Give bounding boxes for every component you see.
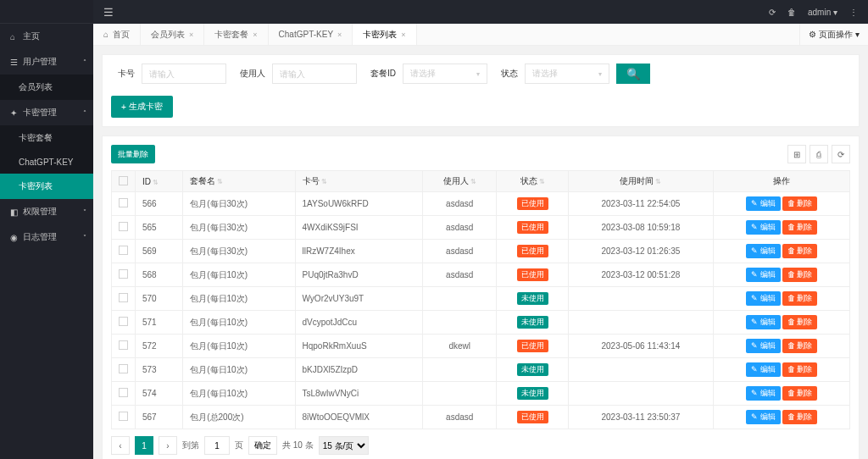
status-badge: 未使用 [517, 363, 548, 376]
status-badge: 已使用 [517, 411, 548, 423]
edit-button[interactable]: ✎ 编辑 [746, 386, 781, 401]
delete-button[interactable]: 🗑 删除 [782, 244, 818, 258]
menu-perm-mgmt[interactable]: ◧ 权限管理 ˅ [0, 199, 93, 224]
delete-button[interactable]: 🗑 删除 [782, 339, 818, 353]
delete-button[interactable]: 🗑 删除 [782, 315, 818, 329]
edit-button[interactable]: ✎ 编辑 [746, 339, 781, 353]
tab-card-list[interactable]: 卡密列表 × [353, 24, 416, 45]
edit-button[interactable]: ✎ 编辑 [746, 410, 781, 424]
cell-card: llRzW7Z4Ihex [295, 240, 423, 263]
menu-home[interactable]: ⌂ 主页 [0, 24, 93, 49]
edit-button[interactable]: ✎ 编辑 [746, 268, 781, 282]
cell-user: asdasd [423, 263, 497, 287]
cell-id: 573 [136, 358, 183, 382]
delete-button[interactable]: 🗑 删除 [782, 268, 818, 282]
col-user[interactable]: 使用人⇅ [423, 171, 497, 192]
row-checkbox[interactable] [119, 269, 128, 279]
user-icon: ☰ [10, 58, 19, 67]
filter-panel: 卡号 使用人 套餐ID 请选择 ▾ 状态 请选择 ▾ 🔍 [102, 54, 860, 127]
table-toolbar: 批量删除 ⊞ ⎙ ⟳ [111, 145, 850, 163]
tab-card-pkg[interactable]: 卡密套餐 × [204, 24, 268, 45]
filter-pkgid-select[interactable]: 请选择 ▾ [403, 64, 487, 84]
cell-ops: ✎ 编辑🗑 删除 [714, 335, 850, 358]
menu-user-sub: 会员列表 [0, 75, 93, 100]
col-time[interactable]: 使用时间⇅ [568, 171, 713, 192]
hamburger-icon[interactable]: ☰ [103, 6, 114, 19]
row-checkbox[interactable] [119, 317, 128, 326]
filter-userby-input[interactable] [272, 64, 357, 84]
edit-button[interactable]: ✎ 编辑 [746, 315, 781, 329]
menu-user-mgmt[interactable]: ☰ 用户管理 ˄ [0, 49, 93, 75]
row-checkbox[interactable] [119, 340, 128, 350]
edit-button[interactable]: ✎ 编辑 [746, 220, 781, 235]
menu-perm-mgmt-label: 权限管理 [23, 206, 57, 218]
page-ops-menu[interactable]: ⚙ 页面操作 ▾ [799, 24, 868, 45]
cell-user [423, 358, 497, 382]
row-checkbox[interactable] [119, 198, 128, 207]
cell-card: dVcypotJdCcu [295, 311, 423, 335]
cell-card: 1AYSoUW6kRFD [295, 192, 423, 216]
trash-icon[interactable]: 🗑 [787, 8, 796, 17]
close-icon[interactable]: × [189, 30, 193, 39]
edit-button[interactable]: ✎ 编辑 [746, 244, 781, 258]
delete-button[interactable]: 🗑 删除 [782, 220, 818, 235]
batch-delete-button[interactable]: 批量删除 [111, 145, 155, 163]
delete-button[interactable]: 🗑 删除 [782, 362, 818, 377]
pager-size-select[interactable]: 15 条/页 [319, 436, 369, 455]
generate-card-button[interactable]: + 生成卡密 [111, 96, 173, 118]
delete-button[interactable]: 🗑 删除 [782, 291, 818, 306]
close-icon[interactable]: × [253, 30, 257, 39]
cell-time: 2023-03-08 10:59:18 [568, 216, 713, 240]
submenu-user-list[interactable]: 会员列表 [0, 75, 93, 100]
filter-columns-button[interactable]: ⊞ [787, 145, 806, 163]
col-card[interactable]: 卡号⇅ [295, 171, 423, 192]
row-checkbox[interactable] [119, 246, 128, 255]
edit-button[interactable]: ✎ 编辑 [746, 362, 781, 377]
row-checkbox[interactable] [119, 388, 128, 397]
row-checkbox[interactable] [119, 412, 128, 421]
refresh-icon[interactable]: ⟳ [769, 8, 776, 17]
close-icon[interactable]: × [401, 30, 405, 39]
tab-chatgpt-key[interactable]: ChatGPT-KEY × [269, 24, 353, 45]
submenu-card-pkg[interactable]: 卡密套餐 [0, 125, 93, 151]
more-icon[interactable]: ⋮ [849, 8, 858, 17]
close-icon[interactable]: × [337, 30, 342, 39]
pager-confirm[interactable]: 确定 [248, 436, 277, 455]
chevron-down-icon: ▾ [855, 30, 860, 39]
filter-userby-label: 使用人 [240, 68, 265, 80]
pager-page-1[interactable]: 1 [135, 436, 153, 455]
print-button[interactable]: ⟳ [832, 145, 850, 163]
menu-card-mgmt[interactable]: ✦ 卡密管理 ˄ [0, 100, 93, 125]
col-status[interactable]: 状态⇅ [497, 171, 568, 192]
status-badge: 已使用 [517, 221, 548, 234]
pager-page-input[interactable] [204, 436, 230, 455]
pager-prev[interactable]: ‹ [111, 436, 130, 455]
col-pkg[interactable]: 套餐名⇅ [183, 171, 295, 192]
cell-pkg: 包月(每日10次) [183, 263, 295, 287]
row-checkbox[interactable] [119, 222, 128, 231]
submenu-chatgpt-key[interactable]: ChatGPT-KEY [0, 151, 93, 174]
checkbox-all[interactable] [119, 176, 128, 185]
export-button[interactable]: ⎙ [810, 145, 828, 163]
pager-next[interactable]: › [159, 436, 177, 455]
cell-user [423, 382, 497, 406]
row-checkbox[interactable] [119, 293, 128, 302]
menu-log-mgmt-label: 日志管理 [23, 231, 57, 243]
cell-pkg: 包月(每日10次) [183, 382, 295, 406]
user-menu[interactable]: admin ▾ [808, 8, 837, 17]
filter-status-select[interactable]: 请选择 ▾ [525, 64, 609, 84]
filter-cardno-input[interactable] [142, 64, 226, 84]
col-id[interactable]: ID⇅ [136, 171, 183, 192]
delete-button[interactable]: 🗑 删除 [782, 386, 818, 401]
delete-button[interactable]: 🗑 删除 [782, 196, 818, 211]
delete-button[interactable]: 🗑 删除 [782, 410, 818, 424]
submenu-card-list[interactable]: 卡密列表 [0, 174, 93, 199]
tab-user-list[interactable]: 会员列表 × [141, 24, 204, 45]
cell-time [568, 311, 713, 335]
search-button[interactable]: 🔍 [616, 64, 650, 84]
edit-button[interactable]: ✎ 编辑 [746, 196, 781, 211]
tab-home[interactable]: ⌂ 首页 [93, 24, 141, 45]
edit-button[interactable]: ✎ 编辑 [746, 291, 781, 306]
menu-log-mgmt[interactable]: ◉ 日志管理 ˅ [0, 224, 93, 250]
row-checkbox[interactable] [119, 364, 128, 373]
